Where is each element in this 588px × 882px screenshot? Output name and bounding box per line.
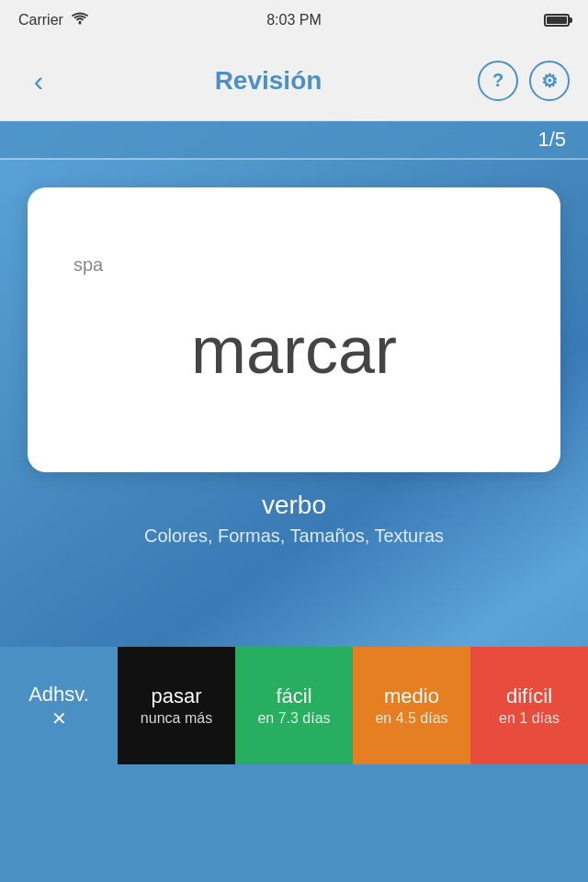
gear-icon: ⚙ [541, 70, 558, 92]
progress-divider [0, 158, 588, 160]
flashcard[interactable]: spa marcar [28, 187, 560, 472]
status-right [544, 14, 570, 27]
settings-button[interactable]: ⚙ [529, 61, 570, 101]
skip-label: pasar [151, 684, 201, 708]
main-content: 1/5 spa marcar verbo Colores, Formas, Ta… [0, 121, 588, 764]
status-time: 8:03 PM [266, 12, 322, 28]
nav-bar: ‹ Revisión ? ⚙ [0, 40, 588, 121]
card-word: marcar [191, 294, 397, 406]
help-icon: ? [492, 70, 503, 91]
word-type: verbo [144, 491, 444, 520]
card-language: spa [64, 254, 103, 276]
battery-icon [544, 14, 570, 27]
svg-point-0 [78, 22, 81, 25]
word-info: verbo Colores, Formas, Tamaños, Texturas [144, 491, 444, 547]
medium-sublabel: en 4.5 días [375, 710, 447, 727]
word-categories: Colores, Formas, Tamaños, Texturas [144, 526, 444, 547]
action-buttons-bar: Adhsv. ✕ pasar nunca más fácil en 7.3 dí… [0, 647, 588, 764]
action-medium-button[interactable]: medio en 4.5 días [353, 647, 470, 764]
carrier-label: Carrier [18, 12, 63, 28]
flashcard-container[interactable]: spa marcar [28, 187, 560, 472]
action-easy-button[interactable]: fácil en 7.3 días [235, 647, 353, 764]
hard-sublabel: en 1 días [499, 710, 560, 727]
back-arrow-icon: ‹ [34, 66, 44, 96]
sticky-sublabel: ✕ [51, 707, 67, 729]
action-hard-button[interactable]: difícil en 1 días [470, 647, 588, 764]
page-title: Revisión [215, 66, 322, 96]
easy-sublabel: en 7.3 días [257, 710, 330, 727]
easy-label: fácil [276, 684, 311, 708]
sticky-label: Adhsv. [28, 683, 89, 707]
hard-label: difícil [506, 684, 552, 708]
help-button[interactable]: ? [478, 61, 518, 101]
progress-bar: 1/5 [0, 121, 588, 158]
action-skip-button[interactable]: pasar nunca más [118, 647, 235, 764]
back-button[interactable]: ‹ [18, 61, 59, 101]
nav-icons: ? ⚙ [478, 61, 570, 101]
action-sticky-button[interactable]: Adhsv. ✕ [0, 647, 118, 764]
progress-text: 1/5 [537, 128, 566, 152]
status-left: Carrier [18, 12, 89, 28]
status-bar: Carrier 8:03 PM [0, 0, 588, 40]
skip-sublabel: nunca más [141, 710, 212, 727]
wifi-icon [71, 12, 89, 28]
medium-label: medio [384, 684, 439, 708]
